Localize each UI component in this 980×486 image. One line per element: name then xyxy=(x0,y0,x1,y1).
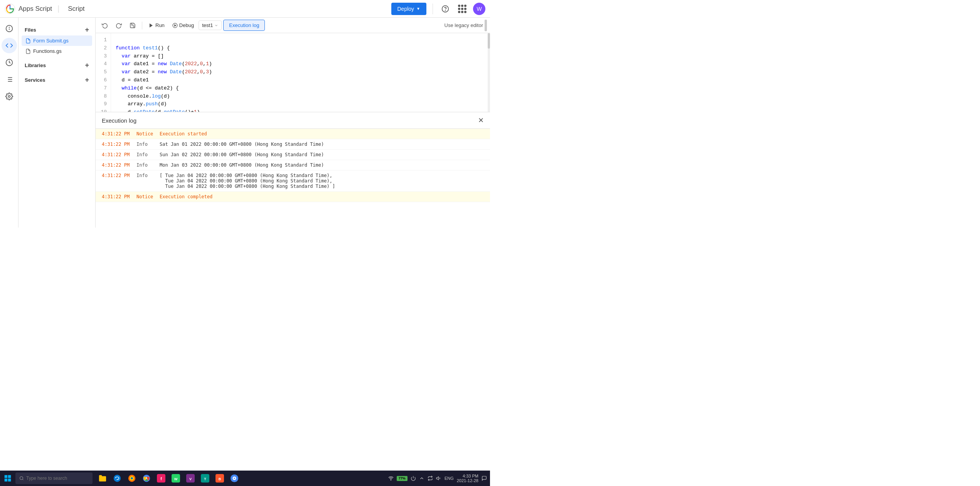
log-level: Info xyxy=(136,142,160,147)
legacy-editor-link[interactable]: Use legacy editor xyxy=(445,22,483,28)
triggers-icon-button[interactable] xyxy=(2,55,17,70)
log-msg: Mon Jan 03 2022 00:00:00 GMT+0800 (Hong … xyxy=(160,162,484,168)
files-header: Files + xyxy=(22,24,92,35)
function-selector[interactable]: test1 xyxy=(199,20,222,30)
scrollbar-track xyxy=(485,20,487,31)
svg-point-13 xyxy=(8,96,10,98)
log-time: 4:31:22 PM xyxy=(102,194,136,199)
execution-log-close-button[interactable]: ✕ xyxy=(478,116,484,125)
add-file-button[interactable]: + xyxy=(85,26,89,33)
log-row: 4:31:22 PM Notice Execution completed xyxy=(96,192,490,202)
deploy-button[interactable]: Deploy ▼ xyxy=(391,3,427,15)
settings-icon-button[interactable] xyxy=(2,89,17,104)
add-library-button[interactable]: + xyxy=(85,62,89,69)
line-numbers: 12345 678910 1112 xyxy=(96,33,111,112)
code-content[interactable]: function test1() { var array = [] var da… xyxy=(111,33,490,112)
services-header: Services + xyxy=(22,74,92,86)
debug-icon xyxy=(172,23,178,28)
user-avatar[interactable]: W xyxy=(473,3,485,15)
app-title: Apps Script xyxy=(19,5,52,13)
run-button[interactable]: Run xyxy=(145,21,168,30)
log-level: Notice xyxy=(136,194,160,199)
services-section: Services + xyxy=(19,73,95,87)
sidebar-file-functions[interactable]: Functions.gs xyxy=(22,46,92,56)
sidebar: Files + Form Submit.gs Functions.gs xyxy=(19,18,96,228)
log-row: 4:31:22 PM Info Sat Jan 01 2022 00:00:00… xyxy=(96,139,490,150)
log-level: Notice xyxy=(136,131,160,137)
file-icon xyxy=(25,38,31,44)
undo-button[interactable] xyxy=(99,19,111,32)
save-icon xyxy=(130,22,136,29)
scrollbar-thumb[interactable] xyxy=(488,33,490,49)
log-msg: Sun Jan 02 2022 00:00:00 GMT+0800 (Hong … xyxy=(160,152,484,157)
execution-log-table: 4:31:22 PM Notice Execution started 4:31… xyxy=(96,129,490,202)
log-level: Info xyxy=(136,173,160,178)
editor-toolbar: Run Debug test1 Execution log Use legacy… xyxy=(96,18,490,33)
top-header: Apps Script | Script Deploy ▼ W xyxy=(0,0,490,18)
file-icon xyxy=(25,49,31,54)
files-section: Files + Form Submit.gs Functions.gs xyxy=(19,22,95,58)
header-divider xyxy=(433,3,433,14)
vertical-scrollbar[interactable] xyxy=(488,33,490,112)
log-msg: Execution completed xyxy=(160,194,484,199)
toolbar-divider xyxy=(142,22,142,29)
help-button[interactable] xyxy=(439,3,451,15)
log-time: 4:31:22 PM xyxy=(102,131,136,137)
log-time: 4:31:22 PM xyxy=(102,173,136,178)
save-button[interactable] xyxy=(126,19,139,32)
log-row: 4:31:22 PM Notice Execution started xyxy=(96,129,490,139)
log-level: Info xyxy=(136,152,160,157)
editor-icon-button[interactable] xyxy=(2,38,17,53)
main-body: Files + Form Submit.gs Functions.gs xyxy=(0,18,490,228)
dropdown-arrow-icon xyxy=(214,24,218,27)
apps-grid-button[interactable] xyxy=(456,3,468,15)
header-right: Deploy ▼ W xyxy=(391,3,486,15)
redo-icon xyxy=(116,22,122,29)
debug-button[interactable]: Debug xyxy=(169,21,197,30)
info-icon-button[interactable] xyxy=(2,21,17,36)
sidebar-file-formsubmit[interactable]: Form Submit.gs xyxy=(22,35,92,46)
execution-log-button[interactable]: Execution log xyxy=(223,20,265,31)
scrollbar-thumb[interactable] xyxy=(485,20,487,31)
libraries-section: Libraries + xyxy=(19,58,95,73)
execution-log-header: Execution log ✕ xyxy=(96,112,490,129)
grid-icon xyxy=(458,5,466,13)
log-time: 4:31:22 PM xyxy=(102,142,136,147)
run-icon xyxy=(148,23,154,28)
svg-point-2 xyxy=(445,10,446,10)
execution-log-title: Execution log xyxy=(102,117,136,124)
libraries-header: Libraries + xyxy=(22,59,92,71)
log-msg: [ Tue Jan 04 2022 00:00:00 GMT+0800 (Hon… xyxy=(160,173,484,189)
log-row: 4:31:22 PM Info [ Tue Jan 04 2022 00:00:… xyxy=(96,170,490,192)
script-title: Script xyxy=(68,5,84,13)
editor-container: Run Debug test1 Execution log Use legacy… xyxy=(96,18,490,228)
log-msg: Execution started xyxy=(160,131,484,137)
redo-button[interactable] xyxy=(113,19,125,32)
svg-marker-16 xyxy=(175,24,176,26)
svg-marker-14 xyxy=(150,23,153,27)
log-time: 4:31:22 PM xyxy=(102,162,136,168)
icon-bar xyxy=(0,18,19,228)
add-service-button[interactable]: + xyxy=(85,76,89,83)
executions-icon-button[interactable] xyxy=(2,72,17,87)
deploy-arrow-icon: ▼ xyxy=(416,7,420,11)
logo-area: Apps Script | Script xyxy=(5,3,85,14)
log-level: Info xyxy=(136,162,160,168)
log-msg: Sat Jan 01 2022 00:00:00 GMT+0800 (Hong … xyxy=(160,142,484,147)
log-row: 4:31:22 PM Info Sun Jan 02 2022 00:00:00… xyxy=(96,150,490,160)
editor-area: 12345 678910 1112 function test1() { var… xyxy=(96,33,490,112)
undo-icon xyxy=(102,22,108,29)
execution-log-panel: Execution log ✕ 4:31:22 PM Notice Execut… xyxy=(96,112,490,228)
title-divider: | xyxy=(57,4,59,13)
code-editor[interactable]: 12345 678910 1112 function test1() { var… xyxy=(96,33,490,112)
log-row: 4:31:22 PM Info Mon Jan 03 2022 00:00:00… xyxy=(96,160,490,170)
log-time: 4:31:22 PM xyxy=(102,152,136,157)
google-logo-icon xyxy=(5,3,15,14)
